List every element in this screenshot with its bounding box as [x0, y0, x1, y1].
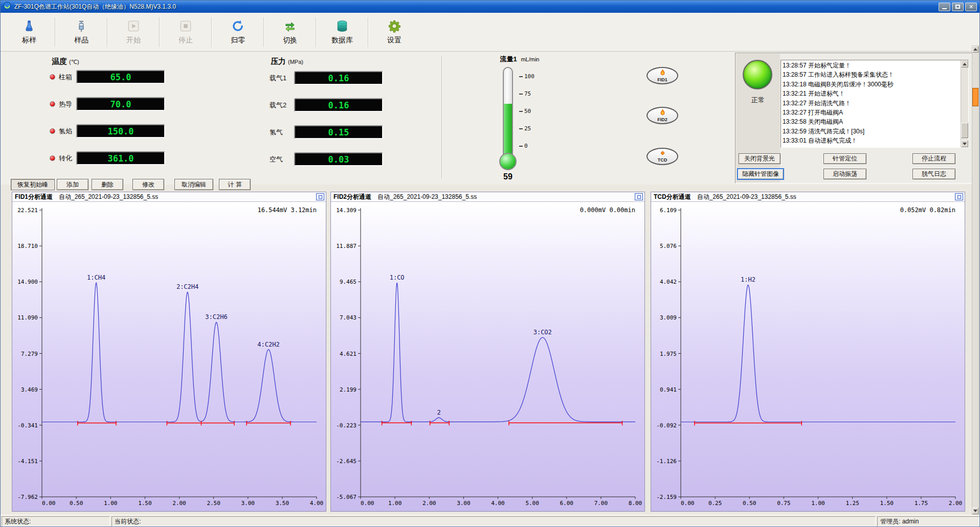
toolbar-standard-sample-button[interactable]: 标样: [5, 15, 54, 49]
svg-text:11.090: 11.090: [17, 314, 38, 321]
add-peak-button[interactable]: 添加: [57, 179, 88, 190]
flow-header: 流量1 mL/min: [476, 55, 563, 64]
red-led-icon: [50, 155, 55, 161]
scroll-track[interactable]: [961, 67, 968, 140]
pressure-display: 0.16: [294, 71, 383, 85]
svg-text:-2.645: -2.645: [336, 458, 357, 465]
hide-needle-image-button[interactable]: 隐藏针管图像: [738, 169, 784, 179]
svg-text:2.00: 2.00: [949, 500, 963, 507]
log-line: 13:32:27 开始清洗气路！: [783, 99, 960, 108]
scroll-up-button[interactable]: [961, 60, 968, 67]
chart-maximize-button[interactable]: [635, 193, 643, 200]
svg-text:1.50: 1.50: [138, 500, 152, 507]
calculate-button[interactable]: 计 算: [219, 179, 251, 190]
svg-text:2.00: 2.00: [172, 500, 186, 507]
restore-initial-peaks-button[interactable]: 恢复初始峰: [11, 179, 55, 190]
log-line: 13:28:57 开始标气定量！: [783, 61, 960, 70]
detector-label: FID1: [657, 78, 667, 82]
pressure-label: 空气: [270, 155, 294, 164]
svg-text:3:C2H6: 3:C2H6: [205, 313, 227, 320]
svg-text:0.052mV 0.82min: 0.052mV 0.82min: [900, 207, 955, 214]
pressure-display: 0.03: [294, 152, 383, 166]
svg-text:0.941: 0.941: [660, 386, 677, 393]
toolbar-button-label: 停止: [179, 36, 193, 45]
toolbar-separator: [263, 17, 264, 47]
svg-text:1.25: 1.25: [845, 500, 859, 507]
scroll-thumb[interactable]: [961, 123, 968, 138]
toolbar-button-label: 数据库: [331, 36, 353, 45]
window-scrollbar[interactable]: [972, 45, 979, 515]
svg-text:3.009: 3.009: [660, 314, 677, 321]
chromatogram-svg: 14.30911.8879.4657.0434.6212.199-0.223-2…: [331, 202, 644, 511]
chromatogram-svg: 6.1095.0764.0423.0091.9750.941-0.092-1.1…: [651, 202, 965, 511]
close-backlight-button[interactable]: 关闭背景光: [739, 153, 781, 164]
flame-icon: [660, 69, 665, 77]
temperature-row: 热导70.0: [50, 97, 165, 111]
chart-channel-title: TCD分析通道: [654, 193, 691, 201]
svg-text:4.00: 4.00: [310, 500, 324, 507]
svg-text:2.50: 2.50: [207, 500, 220, 507]
toolbar-database-button[interactable]: 数据库: [318, 15, 367, 49]
modify-peak-button[interactable]: 修改: [132, 179, 164, 190]
stop-process-button[interactable]: 停止流程: [912, 153, 955, 164]
start-oscillation-button[interactable]: 启动振荡: [823, 169, 866, 179]
diamond-icon: [660, 150, 665, 157]
flow-title: 流量1: [500, 55, 517, 63]
log-scrollbar[interactable]: [961, 60, 968, 147]
toolbar-settings-button[interactable]: 设置: [370, 15, 419, 49]
degas-log-button[interactable]: 脱气日志: [912, 169, 955, 179]
delete-peak-button[interactable]: 删除: [92, 179, 123, 190]
zero-icon: [231, 19, 244, 33]
temperature-row: 柱箱65.0: [50, 70, 165, 84]
toolbar-button-label: 开始: [126, 36, 141, 45]
toolbar-sample-button[interactable]: 样品: [57, 15, 106, 49]
svg-text:2.00: 2.00: [422, 500, 436, 507]
system-status-cell: 系统状态:: [2, 516, 110, 526]
status-led-green-icon: [743, 60, 772, 89]
svg-text:0.75: 0.75: [777, 500, 791, 507]
flow-scale-tick: 0: [519, 143, 528, 149]
chart-titlebar: FID2分析通道自动_265_2021-09-23_132856_5.ss: [331, 192, 644, 202]
scroll-thumb[interactable]: [972, 88, 978, 106]
chart-panel-1: FID1分析通道自动_265_2021-09-23_132856_5.ss22.…: [12, 192, 326, 512]
pressure-row: 载气10.16: [270, 71, 383, 85]
svg-text:8.00: 8.00: [629, 500, 642, 507]
toolbar-button-label: 标样: [22, 36, 36, 45]
toolbar-zero-button[interactable]: 归零: [213, 15, 262, 49]
toolbar-button-label: 切换: [283, 36, 297, 45]
scroll-up-button[interactable]: [972, 46, 978, 53]
minimize-button[interactable]: [939, 3, 950, 11]
detector-fid2-button[interactable]: FID2: [647, 107, 678, 124]
system-status-label: 系统状态:: [5, 517, 31, 526]
detector-fid1-button[interactable]: FID1: [647, 67, 678, 84]
pressure-unit: (MPa): [288, 59, 303, 65]
svg-text:5.076: 5.076: [660, 243, 677, 249]
svg-text:1:CH4: 1:CH4: [87, 274, 105, 281]
temperature-display: 70.0: [76, 97, 165, 111]
svg-text:7.279: 7.279: [21, 351, 38, 357]
chart-panel-3: TCD分析通道自动_265_2021-09-23_132856_5.ss6.10…: [651, 192, 965, 512]
toolbar-stop-button: 停止: [161, 15, 210, 49]
cancel-edit-button[interactable]: 取消编辑: [174, 179, 213, 190]
svg-text:4.00: 4.00: [491, 500, 505, 507]
panel-separator: [441, 56, 442, 178]
temperature-row: 氢焰150.0: [50, 124, 165, 138]
needle-position-button[interactable]: 针管定位: [823, 153, 866, 164]
chart-maximize-button[interactable]: [955, 193, 963, 200]
pressure-label: 载气2: [270, 101, 294, 110]
close-button[interactable]: ✕: [965, 3, 977, 11]
scroll-down-button[interactable]: [972, 508, 978, 514]
toolbar-switch-button[interactable]: 切换: [265, 15, 315, 49]
temperature-row: 转化361.0: [50, 151, 165, 165]
scroll-down-button[interactable]: [961, 140, 968, 147]
detector-label: FID2: [657, 118, 667, 122]
detector-tcd-button[interactable]: TCD: [647, 148, 678, 165]
maximize-button[interactable]: [952, 3, 964, 11]
chart-maximize-button[interactable]: [316, 193, 324, 200]
toolbar-button-label: 设置: [387, 36, 402, 45]
chromatogram-area: FID1分析通道自动_265_2021-09-23_132856_5.ss22.…: [1, 192, 979, 513]
chart-filename: 自动_265_2021-09-23_132856_5.ss: [59, 193, 158, 201]
red-led-icon: [50, 101, 55, 107]
admin-label: 管理员: admin: [880, 517, 919, 526]
flow-scale-tick: 100: [519, 73, 534, 80]
